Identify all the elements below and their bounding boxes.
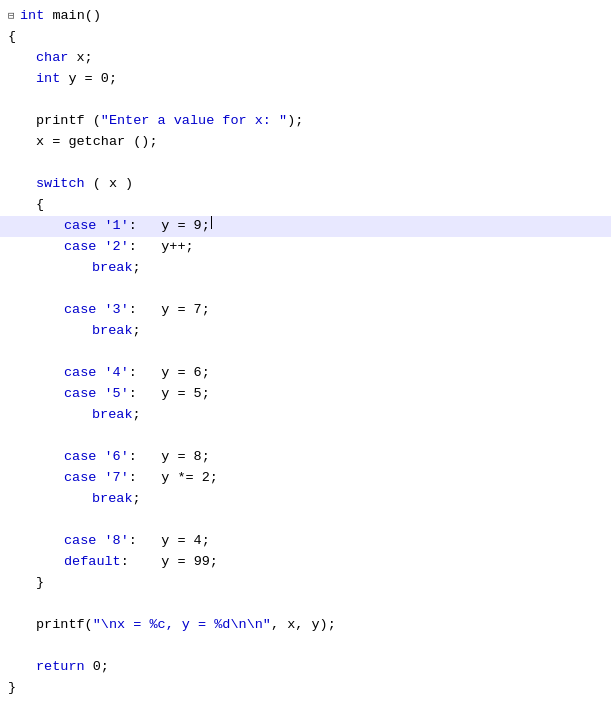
code-line: } <box>0 678 611 699</box>
string-token: '8' <box>96 531 128 552</box>
string-token: '4' <box>96 363 128 384</box>
code-line <box>0 636 611 657</box>
keyword-token: break <box>92 405 133 426</box>
code-line <box>0 426 611 447</box>
code-line: case '6': y = 8; <box>0 447 611 468</box>
code-line: case '2': y++; <box>0 237 611 258</box>
code-token: printf ( <box>36 111 101 132</box>
keyword-token: break <box>92 489 133 510</box>
code-token: : y = 9; <box>129 216 210 237</box>
keyword-token: int <box>20 6 44 27</box>
code-token: x = getchar (); <box>36 132 158 153</box>
keyword-token: break <box>92 258 133 279</box>
code-token: } <box>8 678 16 699</box>
keyword-token: int <box>36 69 60 90</box>
string-token: "\nx = %c, y = %d\n\n" <box>93 615 271 636</box>
code-line <box>0 594 611 615</box>
code-line: { <box>0 195 611 216</box>
string-token: '6' <box>96 447 128 468</box>
code-line: int y = 0; <box>0 69 611 90</box>
code-token: : y = 6; <box>129 363 210 384</box>
code-line: break; <box>0 321 611 342</box>
code-token: ; <box>133 489 141 510</box>
code-token: { <box>36 195 44 216</box>
code-line: default: y = 99; <box>0 552 611 573</box>
keyword-token: case <box>64 468 96 489</box>
code-token: y = 0; <box>60 69 117 90</box>
code-token: ; <box>133 258 141 279</box>
code-token: : y = 5; <box>129 384 210 405</box>
code-token: : y = 99; <box>121 552 218 573</box>
code-token: : y *= 2; <box>129 468 218 489</box>
code-token: x; <box>68 48 92 69</box>
code-line <box>0 90 611 111</box>
code-line: ⊟int main() <box>0 6 611 27</box>
string-token: "Enter a value for x: " <box>101 111 287 132</box>
code-line: } <box>0 573 611 594</box>
code-line: { <box>0 27 611 48</box>
code-token: : y++; <box>129 237 194 258</box>
code-editor: ⊟int main(){char x;int y = 0;printf ("En… <box>0 0 611 713</box>
code-line: case '4': y = 6; <box>0 363 611 384</box>
string-token: '5' <box>96 384 128 405</box>
code-token: : y = 7; <box>129 300 210 321</box>
code-line: printf("\nx = %c, y = %d\n\n", x, y); <box>0 615 611 636</box>
code-token: ( x ) <box>85 174 134 195</box>
code-token: , x, y); <box>271 615 336 636</box>
code-line: case '7': y *= 2; <box>0 468 611 489</box>
keyword-token: break <box>92 321 133 342</box>
code-token: ); <box>287 111 303 132</box>
code-line <box>0 279 611 300</box>
code-line: return 0; <box>0 657 611 678</box>
code-token: ; <box>133 321 141 342</box>
keyword-token: case <box>64 384 96 405</box>
code-line <box>0 342 611 363</box>
code-token: { <box>8 27 16 48</box>
keyword-token: switch <box>36 174 85 195</box>
code-line: case '5': y = 5; <box>0 384 611 405</box>
code-line: break; <box>0 258 611 279</box>
code-line: case '3': y = 7; <box>0 300 611 321</box>
keyword-token: case <box>64 216 96 237</box>
keyword-token: case <box>64 531 96 552</box>
code-line <box>0 153 611 174</box>
keyword-token: case <box>64 300 96 321</box>
code-line: char x; <box>0 48 611 69</box>
keyword-token: case <box>64 363 96 384</box>
code-line <box>0 510 611 531</box>
code-token: printf( <box>36 615 93 636</box>
string-token: '7' <box>96 468 128 489</box>
code-token: 0; <box>85 657 109 678</box>
string-token: '1' <box>96 216 128 237</box>
code-line: break; <box>0 405 611 426</box>
code-line: x = getchar (); <box>0 132 611 153</box>
code-line: printf ("Enter a value for x: "); <box>0 111 611 132</box>
code-token: } <box>36 573 44 594</box>
code-line: switch ( x ) <box>0 174 611 195</box>
code-token: ; <box>133 405 141 426</box>
keyword-token: char <box>36 48 68 69</box>
code-token: main() <box>44 6 101 27</box>
collapse-icon[interactable]: ⊟ <box>8 8 18 25</box>
code-line: case '8': y = 4; <box>0 531 611 552</box>
code-line: break; <box>0 489 611 510</box>
code-token: : y = 4; <box>129 531 210 552</box>
keyword-token: case <box>64 447 96 468</box>
string-token: '2' <box>96 237 128 258</box>
text-cursor <box>211 216 212 229</box>
keyword-token: case <box>64 237 96 258</box>
string-token: '3' <box>96 300 128 321</box>
keyword-token: default <box>64 552 121 573</box>
code-line: case '1': y = 9; <box>0 216 611 237</box>
keyword-token: return <box>36 657 85 678</box>
code-token: : y = 8; <box>129 447 210 468</box>
